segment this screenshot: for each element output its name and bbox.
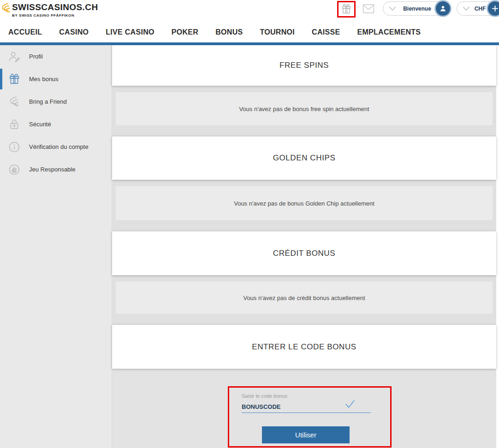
deposit-button[interactable] — [488, 1, 499, 16]
info-icon — [8, 141, 21, 153]
sidebar-item-verification-du-compte[interactable]: Vérification du compte — [0, 136, 112, 158]
section-golden-chips-body: Vous n'avez pas de bonus Golden Chip act… — [112, 180, 496, 231]
empty-state-message: Vous n'avez pas de bonus Golden Chip act… — [234, 200, 374, 207]
page: SWISSCASINOS.CH BY SWISS CASINO PFÄFFIKO… — [0, 0, 499, 448]
sidebar-label: Vérification du compte — [29, 143, 89, 150]
bonus-code-form-area: Saisir le code bonus Utiliser — [112, 369, 496, 448]
sidebar-label: Mes bonus — [29, 76, 59, 83]
chevron-down-icon — [389, 6, 396, 12]
nav-casino[interactable]: CASINO — [59, 28, 89, 36]
sidebar-item-bring-a-friend[interactable]: Bring a Friend — [0, 90, 112, 113]
account-sidebar: Profil Mes bonus — [0, 45, 112, 448]
sidebar-item-profil[interactable]: Profil — [0, 45, 112, 68]
user-icon — [439, 4, 447, 13]
sidebar-label: Sécurité — [29, 121, 51, 128]
empty-state-message: Vous n'avez pas de bonus free spin actue… — [239, 106, 369, 112]
swirl-icon — [8, 95, 21, 108]
gift-icon — [8, 73, 21, 86]
nav-poker[interactable]: POKER — [172, 28, 198, 36]
empty-state-box: Vous n'avez pas de bonus free spin actue… — [116, 92, 493, 125]
section-title: FREE SPINS — [279, 61, 329, 70]
main-nav: ACCUEIL CASINO LIVE CASINO POKER BONUS T… — [0, 22, 499, 42]
balance-menu[interactable]: CHF — [457, 1, 499, 16]
sidebar-item-mes-bonus[interactable]: Mes bonus — [0, 68, 112, 90]
section-credit-bonus-body: Vous n'avez pas de crédit bonus actuelle… — [112, 275, 496, 325]
swisscasinos-swirl-icon — [1, 2, 11, 16]
nav-live-casino[interactable]: LIVE CASINO — [106, 28, 154, 36]
section-enter-bonus-code: ENTRER LE CODE BONUS — [112, 325, 496, 369]
nav-bonus[interactable]: BONUS — [215, 28, 243, 36]
empty-state-box: Vous n'avez pas de crédit bonus actuelle… — [116, 282, 493, 314]
nav-accueil[interactable]: ACCUEIL — [8, 28, 42, 36]
valid-checkmark-icon — [345, 399, 356, 410]
sidebar-label: Jeu Responsable — [29, 166, 75, 173]
bonus-gift-highlight-box[interactable] — [337, 1, 356, 18]
logo[interactable]: SWISSCASINOS.CH BY SWISS CASINO PFÄFFIKO… — [1, 2, 98, 18]
section-golden-chips: GOLDEN CHIPS — [112, 136, 496, 180]
section-title: CRÉDIT BONUS — [273, 249, 335, 258]
bonus-code-input-label: Saisir le code bonus — [242, 393, 287, 399]
sidebar-label: Bring a Friend — [29, 98, 67, 105]
bonus-content: FREE SPINS Vous n'avez pas de bonus free… — [112, 45, 496, 448]
sidebar-item-securite[interactable]: Sécurité — [0, 113, 112, 136]
section-credit-bonus: CRÉDIT BONUS — [112, 231, 496, 275]
mail-icon[interactable] — [362, 4, 374, 14]
nav-tournoi[interactable]: TOURNOI — [260, 28, 295, 36]
section-free-spins-body: Vous n'avez pas de bonus free spin actue… — [112, 86, 496, 136]
lock-icon — [8, 118, 21, 131]
nav-emplacements[interactable]: EMPLACEMENTS — [357, 28, 421, 36]
section-title: ENTRER LE CODE BONUS — [252, 342, 356, 352]
nav-caisse[interactable]: CAISSE — [312, 28, 340, 36]
sidebar-item-jeu-responsable[interactable]: Jeu Responsable — [0, 158, 112, 181]
logo-subtitle: BY SWISS CASINO PFÄFFIKON — [12, 13, 98, 18]
account-menu[interactable]: Bienvenue — [383, 1, 451, 16]
plus-icon — [491, 4, 499, 13]
section-free-spins: FREE SPINS — [112, 45, 496, 86]
empty-state-message: Vous n'avez pas de crédit bonus actuelle… — [243, 295, 365, 301]
responsible-gaming-hand-icon — [8, 163, 21, 176]
empty-state-box: Vous n'avez pas de bonus Golden Chip act… — [116, 186, 493, 220]
user-avatar-button[interactable] — [436, 1, 450, 16]
sidebar-label: Profil — [29, 53, 43, 60]
active-indicator — [0, 69, 2, 89]
gift-icon — [340, 3, 352, 15]
logo-title: SWISSCASINOS.CH — [12, 2, 98, 12]
bonus-code-highlight-box: Saisir le code bonus Utiliser — [228, 386, 392, 448]
section-title: GOLDEN CHIPS — [273, 153, 336, 163]
use-bonus-code-button[interactable]: Utiliser — [262, 426, 350, 443]
chevron-down-icon — [463, 6, 470, 12]
profile-icon — [8, 50, 21, 63]
